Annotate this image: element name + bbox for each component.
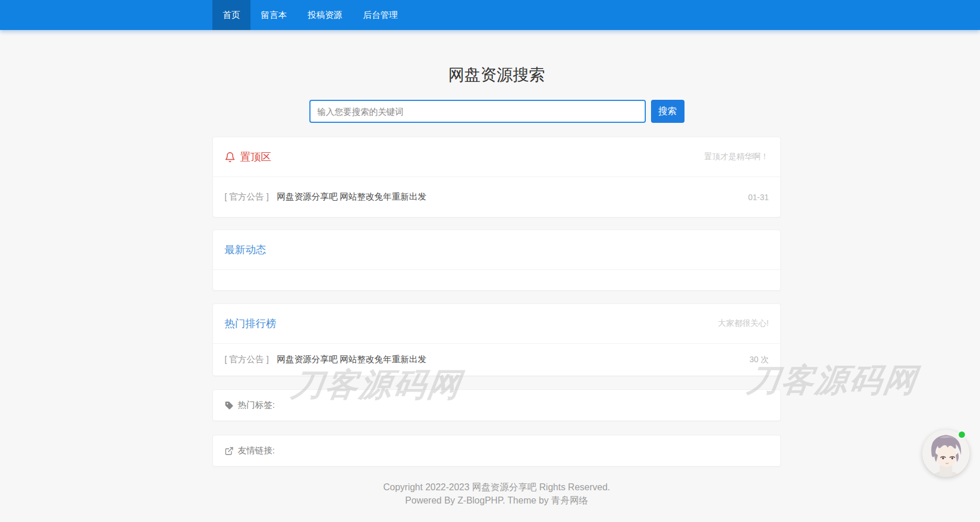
- latest-section-title: 最新动态: [225, 243, 266, 257]
- pinned-section-title-text: 置顶区: [240, 150, 271, 164]
- latest-section-title-text: 最新动态: [225, 243, 266, 257]
- latest-section-card: 最新动态: [212, 230, 781, 291]
- item-category: [ 官方公告 ]: [225, 191, 269, 202]
- item-title-link[interactable]: 网盘资源分享吧 网站整改兔年重新出发: [277, 191, 427, 202]
- nav-item-home[interactable]: 首页: [212, 0, 250, 30]
- hot-ranking-card: 热门排行榜 大家都很关心! [ 官方公告 ] 网盘资源分享吧 网站整改兔年重新出…: [212, 303, 781, 376]
- item-title-link[interactable]: 网盘资源分享吧 网站整改兔年重新出发: [277, 354, 427, 365]
- external-link-icon: [225, 446, 234, 456]
- item-date: 01-31: [748, 193, 769, 202]
- main-content: 网盘资源搜索 搜索 置顶区 置顶才是精华啊！ [ 官方公告 ] 网盘资源分享吧 …: [212, 65, 781, 507]
- item-view-count: 30 次: [750, 355, 769, 365]
- chat-avatar-widget[interactable]: [922, 430, 970, 477]
- friend-links-label: 友情链接:: [238, 445, 275, 456]
- latest-section-empty-body: [213, 270, 780, 290]
- bell-icon: [225, 152, 235, 163]
- pinned-section-hint: 置顶才是精华啊！: [704, 152, 769, 162]
- hot-ranking-hint: 大家都很关心!: [718, 318, 769, 329]
- nav-item-admin[interactable]: 后台管理: [353, 0, 408, 30]
- online-status-dot: [957, 430, 966, 439]
- nav-item-submit-resource[interactable]: 投稿资源: [297, 0, 353, 30]
- hot-ranking-title: 热门排行榜: [225, 317, 276, 331]
- top-navbar: 首页 留言本 投稿资源 后台管理: [0, 0, 980, 30]
- hot-list-item: [ 官方公告 ] 网盘资源分享吧 网站整改兔年重新出发 30 次: [213, 344, 780, 375]
- hot-ranking-title-text: 热门排行榜: [225, 317, 276, 331]
- hot-tags-label: 热门标签:: [238, 400, 275, 411]
- page-title: 网盘资源搜索: [212, 65, 781, 85]
- search-form: 搜索: [212, 100, 781, 123]
- navbar-menu: 首页 留言本 投稿资源 后台管理: [212, 0, 980, 30]
- item-category: [ 官方公告 ]: [225, 354, 269, 365]
- nav-item-guestbook[interactable]: 留言本: [250, 0, 297, 30]
- pinned-section-card: 置顶区 置顶才是精华啊！ [ 官方公告 ] 网盘资源分享吧 网站整改兔年重新出发…: [212, 137, 781, 217]
- pinned-list-item: [ 官方公告 ] 网盘资源分享吧 网站整改兔年重新出发 01-31: [213, 177, 780, 217]
- page-footer: Copyright 2022-2023 网盘资源分享吧 Rights Reser…: [212, 480, 781, 507]
- footer-powered-by: Powered By Z-BlogPHP. Theme by 青舟网络: [212, 494, 781, 507]
- search-button[interactable]: 搜索: [651, 100, 684, 123]
- latest-section-header: 最新动态: [213, 230, 780, 270]
- pinned-section-header: 置顶区 置顶才是精华啊！: [213, 137, 780, 177]
- tag-icon: [225, 401, 234, 410]
- footer-copyright: Copyright 2022-2023 网盘资源分享吧 Rights Reser…: [212, 480, 781, 494]
- friend-links-card: 友情链接:: [212, 435, 781, 467]
- search-input[interactable]: [309, 100, 646, 123]
- pinned-section-title: 置顶区: [225, 150, 271, 164]
- hot-ranking-header: 热门排行榜 大家都很关心!: [213, 304, 780, 344]
- hot-tags-card: 热门标签:: [212, 389, 781, 421]
